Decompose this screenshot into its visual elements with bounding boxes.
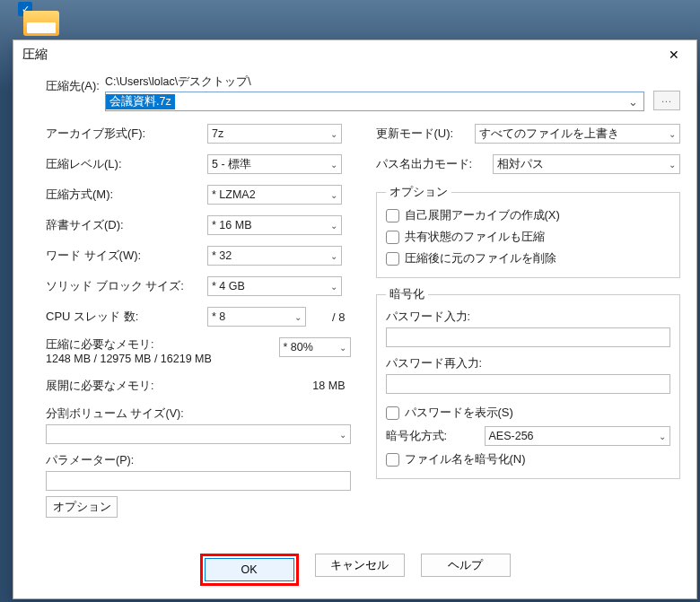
chevron-down-icon: ⌄ <box>669 160 676 170</box>
threads-select[interactable]: * 8⌄ <box>207 307 306 327</box>
dialog-buttons: OK キャンセル ヘルプ <box>13 545 696 598</box>
mem-compress-value: 1248 MB / 12975 MB / 16219 MB <box>46 353 279 365</box>
pathmode-label: パス名出力モード: <box>376 156 493 172</box>
enc-method-label: 暗号化方式: <box>386 428 485 444</box>
password-label: パスワード入力: <box>386 310 671 325</box>
compress-dialog: 圧縮 ✕ 圧縮先(A): C:\Users\lolac\デスクトップ\ 会議資料… <box>13 39 697 599</box>
mem-decompress-label: 展開に必要なメモリ: <box>46 379 312 394</box>
threads-label: CPU スレッド 数: <box>46 309 207 325</box>
delete-label: 圧縮後に元のファイルを削除 <box>405 250 556 266</box>
update-select[interactable]: すべてのファイルを上書き⌄ <box>475 124 681 144</box>
chevron-down-icon: ⌄ <box>330 282 337 292</box>
password-input[interactable] <box>386 327 671 347</box>
pathmode-select[interactable]: 相対パス⌄ <box>493 154 681 174</box>
archive-path-label: 圧縮先(A): <box>46 74 105 94</box>
chevron-down-icon: ⌄ <box>330 251 337 261</box>
chevron-down-icon: ⌄ <box>330 190 337 200</box>
word-select[interactable]: * 32⌄ <box>207 246 342 266</box>
word-label: ワード サイズ(W): <box>46 248 207 264</box>
titlebar: 圧縮 ✕ <box>13 40 696 69</box>
delete-checkbox[interactable] <box>386 252 399 266</box>
shared-checkbox[interactable] <box>386 231 399 244</box>
method-select[interactable]: * LZMA2⌄ <box>207 185 342 205</box>
options-fieldset: オプション 自己展開アーカイブの作成(X) 共有状態のファイルも圧縮 圧縮後に元… <box>376 185 681 278</box>
desktop-folder-icon[interactable]: ✓ <box>23 4 61 36</box>
shared-label: 共有状態のファイルも圧縮 <box>405 229 545 245</box>
showpw-checkbox[interactable] <box>386 406 399 420</box>
params-input[interactable] <box>46 471 351 491</box>
level-label: 圧縮レベル(L): <box>46 156 207 172</box>
chevron-down-icon: ⌄ <box>339 343 346 353</box>
archive-name-value: 会議資料.7z <box>106 94 175 109</box>
encnames-checkbox[interactable] <box>386 453 399 467</box>
chevron-down-icon: ⌄ <box>330 129 337 139</box>
archive-dir-text: C:\Users\lolac\デスクトップ\ <box>105 74 644 90</box>
update-label: 更新モード(U): <box>376 126 475 142</box>
encryption-fieldset: 暗号化 パスワード入力: パスワード再入力: パスワードを表示(S) 暗号化方式… <box>376 287 681 479</box>
format-select[interactable]: 7z⌄ <box>207 124 342 144</box>
encnames-label: ファイル名を暗号化(N) <box>405 451 526 467</box>
cancel-button[interactable]: キャンセル <box>315 554 405 577</box>
chevron-down-icon: ⌄ <box>330 160 337 170</box>
mem-compress-label: 圧縮に必要なメモリ: <box>46 337 279 353</box>
chevron-down-icon: ⌄ <box>623 95 643 109</box>
chevron-down-icon: ⌄ <box>659 432 666 441</box>
showpw-label: パスワードを表示(S) <box>405 405 513 421</box>
dict-select[interactable]: * 16 MB⌄ <box>207 215 342 235</box>
mem-pct-select[interactable]: * 80%⌄ <box>279 337 351 357</box>
chevron-down-icon: ⌄ <box>669 129 676 139</box>
chevron-down-icon: ⌄ <box>330 221 337 231</box>
password2-label: パスワード再入力: <box>386 356 671 371</box>
folder-icon <box>23 11 59 36</box>
dialog-title: 圧縮 <box>22 47 661 63</box>
solid-select[interactable]: * 4 GB⌄ <box>207 276 342 296</box>
encryption-legend: 暗号化 <box>386 287 428 302</box>
format-label: アーカイブ形式(F): <box>46 126 207 142</box>
ok-highlight: OK <box>200 554 299 586</box>
mem-decompress-value: 18 MB <box>312 380 350 392</box>
split-select[interactable]: ⌄ <box>46 424 351 444</box>
enc-method-select[interactable]: AES-256⌄ <box>485 426 671 446</box>
dict-label: 辞書サイズ(D): <box>46 217 207 233</box>
browse-button[interactable]: ... <box>653 91 680 110</box>
threads-max: / 8 <box>332 310 350 324</box>
chevron-down-icon: ⌄ <box>339 430 346 440</box>
params-label: パラメーター(P): <box>46 453 351 468</box>
sfx-checkbox[interactable] <box>386 209 399 222</box>
password2-input[interactable] <box>386 374 671 394</box>
method-label: 圧縮方式(M): <box>46 187 207 203</box>
options-legend: オプション <box>386 185 451 200</box>
chevron-down-icon: ⌄ <box>294 312 302 322</box>
help-button[interactable]: ヘルプ <box>421 554 511 577</box>
sfx-label: 自己展開アーカイブの作成(X) <box>405 207 560 223</box>
split-label: 分割ボリューム サイズ(V): <box>46 406 351 422</box>
archive-name-select[interactable]: 会議資料.7z ⌄ <box>105 92 644 111</box>
options-button[interactable]: オプション <box>46 496 118 518</box>
close-icon[interactable]: ✕ <box>661 48 687 62</box>
ok-button[interactable]: OK <box>205 558 294 581</box>
solid-label: ソリッド ブロック サイズ: <box>46 278 207 294</box>
level-select[interactable]: 5 - 標準⌄ <box>207 154 342 174</box>
